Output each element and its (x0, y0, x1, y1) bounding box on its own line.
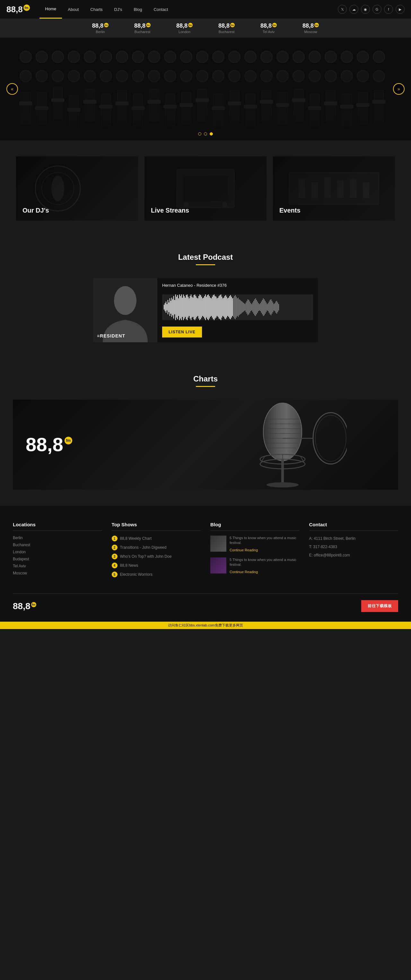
blog-readmore-1[interactable]: Continue Reading (229, 548, 258, 552)
charts-logo-text: 88,8 (26, 435, 63, 454)
podcast-track-title: Hernan Cataneo - Residence #376 (162, 283, 313, 288)
station-london[interactable]: 88,8 fm London (176, 22, 193, 34)
slider-next-button[interactable]: » (393, 83, 405, 95)
station-bucharest2[interactable]: 88,8 fm Bucharest (218, 22, 235, 34)
podcast-section: Latest Podcast ≡RESIDENT Hernan Cataneo … (0, 237, 411, 358)
nav-djs[interactable]: DJ's (108, 0, 128, 19)
show-item-2: 2 Transitions - John Digweed (112, 544, 201, 550)
svg-point-97 (51, 176, 64, 201)
show-item-1: 1 88,8 Weekly Chart (112, 536, 201, 541)
podcast-section-title: Latest Podcast (13, 253, 398, 262)
youtube-icon[interactable]: ▶ (396, 5, 405, 14)
listen-live-button[interactable]: LISTEN LIVE (162, 326, 202, 337)
station-telaviv[interactable]: 88,8 fm Tel Aviv (260, 22, 277, 34)
blog-text-1: 5 Things to know when you attend a music… (229, 536, 299, 553)
contact-address: A: 4111 Birch Street, Berlin (309, 536, 398, 541)
contact-phone: T: 317-822-4383 (309, 544, 398, 550)
show-num-3: 3 (112, 554, 118, 559)
charts-section-title: Charts (13, 374, 398, 383)
svg-rect-109 (350, 179, 357, 198)
slider-dot-2[interactable] (204, 132, 207, 135)
slider-dot-1[interactable] (198, 132, 201, 135)
charts-hero-image: 88,8 fm (13, 400, 398, 490)
station-city-bucharest2: Bucharest (219, 30, 235, 34)
footer-contact-title: Contact (309, 522, 398, 531)
download-button[interactable]: 前往下载模板 (361, 600, 398, 612)
show-name-1[interactable]: 88,8 Weekly Chart (120, 536, 152, 541)
microphone-visual (167, 400, 398, 490)
slider-prev-button[interactable]: « (6, 83, 18, 95)
blog-title-1: 5 Things to know when you attend a music… (229, 536, 299, 546)
nav-contact[interactable]: Contact (148, 0, 174, 19)
location-telaviv[interactable]: Tel Aviv (13, 564, 102, 568)
location-london[interactable]: London (13, 550, 102, 554)
podcast-waveform[interactable] (162, 294, 313, 320)
show-item-5: 5 Electronic Worriors (112, 571, 201, 578)
blog-readmore-2[interactable]: Continue Reading (229, 570, 258, 574)
footer-logo-bottom: 88,8 fm (13, 601, 36, 611)
station-moscow[interactable]: 88,8 fm Moscow (303, 22, 319, 34)
show-num-2: 2 (112, 544, 118, 550)
station-fm-bucharest2: fm (230, 23, 235, 27)
card-events[interactable]: Events (273, 156, 395, 221)
card-djs-title: Our DJ's (22, 207, 49, 214)
social-icons: 𝕏 ☁ ◉ G f ▶ (338, 5, 405, 14)
show-item-3: 3 Who's On Top? with John Doe (112, 554, 201, 559)
location-moscow[interactable]: Moscow (13, 571, 102, 576)
svg-rect-107 (324, 177, 331, 198)
card-streams[interactable]: Live Streans (145, 156, 266, 221)
station-berlin[interactable]: 88,8 fm Berlin (92, 22, 108, 34)
nav-logo[interactable]: 88,8 fm (6, 5, 30, 14)
svg-point-102 (222, 202, 227, 207)
soundcloud-icon[interactable]: ☁ (349, 5, 358, 14)
station-num-bucharest2: 88,8 (218, 22, 229, 29)
footer: Locations Berlin Bucharest London Budape… (0, 506, 411, 622)
footer-shows-col: Top Shows 1 88,8 Weekly Chart 2 Transiti… (112, 522, 201, 581)
contact-email: E: office@88point8.com (309, 552, 398, 558)
show-num-1: 1 (112, 536, 118, 541)
watermark-bar: 访问鱼仁社区bbs.xtenlab.com免费下载更多网页 (0, 622, 411, 629)
resident-logo: ≡RESIDENT (97, 333, 125, 339)
blog-thumb-2 (210, 557, 226, 573)
station-bar: 88,8 fm Berlin 88,8 fm Bucharest 88,8 fm… (0, 19, 411, 38)
station-city-telaviv: Tel Aviv (263, 30, 274, 34)
twitter-icon[interactable]: 𝕏 (338, 5, 347, 14)
instagram-icon[interactable]: ◉ (361, 5, 370, 14)
footer-locations-title: Locations (13, 522, 102, 531)
location-budapest[interactable]: Budapest (13, 557, 102, 561)
footer-shows-title: Top Shows (112, 522, 201, 531)
nav-blog[interactable]: Blog (128, 0, 148, 19)
station-num-london: 88,8 (176, 22, 188, 29)
facebook-icon[interactable]: f (384, 5, 393, 14)
nav-charts[interactable]: Charts (84, 0, 108, 19)
charts-logo: 88,8 fm (26, 435, 72, 454)
card-events-title: Events (279, 207, 301, 214)
location-bucharest[interactable]: Bucharest (13, 542, 102, 547)
show-name-5[interactable]: Electronic Worriors (120, 572, 153, 577)
station-city-berlin: Berlin (96, 30, 105, 34)
footer-logo-text: 88,8 (13, 601, 30, 611)
station-bucharest[interactable]: 88,8 fm Bucharest (134, 22, 151, 34)
nav-home[interactable]: Home (40, 0, 62, 19)
blog-thumb-1 (210, 536, 226, 552)
slider-dot-3[interactable] (210, 132, 213, 135)
googleplus-icon[interactable]: G (373, 5, 381, 14)
show-name-4[interactable]: 88,8 News (120, 563, 139, 568)
podcast-player: ≡RESIDENT Hernan Cataneo - Residence #37… (93, 278, 318, 342)
show-name-2[interactable]: Transitions - John Digweed (120, 545, 167, 550)
card-streams-title: Live Streans (151, 207, 189, 214)
navbar: 88,8 fm Home About Charts DJ's Blog Cont… (0, 0, 411, 19)
hero-slider: « » (0, 38, 411, 140)
nav-about[interactable]: About (62, 0, 84, 19)
footer-grid: Locations Berlin Bucharest London Budape… (13, 522, 398, 581)
blog-thumb-img-2 (210, 557, 226, 573)
logo-text: 88,8 (6, 5, 23, 14)
station-fm-moscow: fm (314, 23, 319, 27)
card-djs[interactable]: Our DJ's (16, 156, 138, 221)
svg-point-125 (315, 415, 346, 461)
show-name-3[interactable]: Who's On Top? with John Doe (120, 554, 172, 559)
svg-point-101 (184, 202, 189, 207)
podcast-thumbnail: ≡RESIDENT (93, 278, 157, 342)
blog-title-2: 5 Things to know when you attend a music… (229, 557, 299, 567)
location-berlin[interactable]: Berlin (13, 536, 102, 540)
